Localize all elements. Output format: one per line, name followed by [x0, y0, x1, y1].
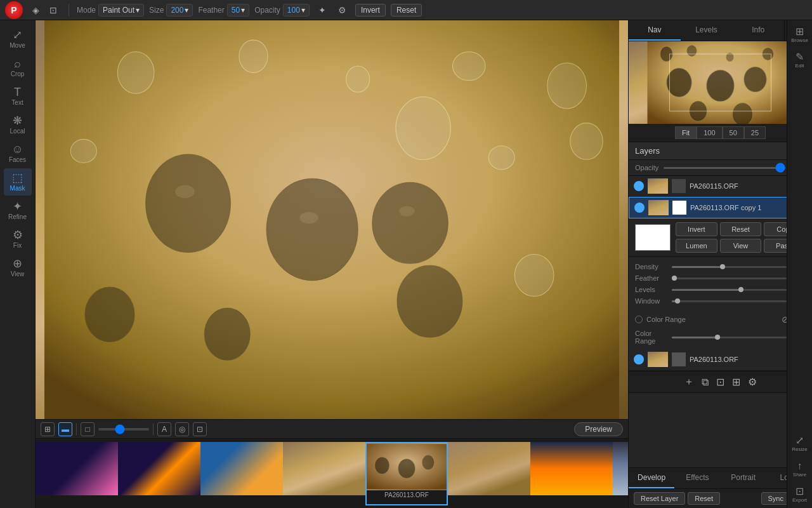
invert-button[interactable]: Invert: [355, 4, 386, 17]
tool-refine[interactable]: ✦ Refine: [4, 197, 32, 224]
filmstrip-item-3[interactable]: [200, 442, 283, 505]
layer-list-item-3[interactable]: PA260113.ORF: [629, 349, 812, 371]
info-btn[interactable]: ⊡: [193, 422, 207, 436]
canvas-area[interactable]: [36, 20, 628, 419]
layer-row-2[interactable]: PA260113.ORF copy 1: [629, 197, 812, 218]
tab-develop[interactable]: Develop: [629, 468, 674, 488]
opacity-dropdown[interactable]: 100 ▾: [283, 4, 310, 17]
color-range-label: Color Range: [646, 316, 778, 323]
tab-portrait[interactable]: Portrait: [721, 468, 766, 488]
tool-move[interactable]: ⤢ Move: [4, 25, 32, 53]
layers-header: Layers: [629, 142, 812, 160]
tool-fix-label: Fix: [13, 242, 22, 249]
filmstrip-item-5[interactable]: PA260113.ORF: [365, 442, 448, 505]
tool-mask[interactable]: ⬚ Mask: [4, 168, 32, 196]
layer-thumb-2: [648, 200, 669, 215]
duplicate-layer-btn[interactable]: ⧉: [702, 377, 709, 388]
tool-move-label: Move: [10, 42, 25, 49]
toolbar-select-icon[interactable]: ◈: [28, 3, 43, 18]
opacity-label: Opacity: [254, 6, 280, 15]
invert-mask-btn[interactable]: Invert: [676, 222, 717, 236]
zoom-25-btn[interactable]: 25: [744, 126, 766, 139]
view-mask-btn[interactable]: View: [720, 239, 762, 253]
svg-point-10: [488, 146, 514, 170]
reset-mask-btn[interactable]: Reset: [720, 222, 762, 236]
zoom-fit-btn[interactable]: □: [81, 422, 95, 436]
filmstrip-thumb-6: [448, 442, 530, 495]
feather-thumb[interactable]: [672, 276, 677, 281]
layers-section: Layers Opacity 100 PA260115.ORF PA260113…: [629, 142, 812, 467]
canvas-image: [36, 20, 628, 419]
tool-view[interactable]: ⊕ View: [4, 254, 32, 281]
fix-icon: ⚙: [13, 229, 23, 241]
levels-thumb[interactable]: [738, 287, 743, 292]
add-layer-btn[interactable]: ＋: [684, 375, 694, 389]
bottom-tabs: Develop Effects Portrait Local: [629, 467, 812, 488]
grid-view-btn[interactable]: ⊞: [41, 422, 55, 436]
export-icon-btn[interactable]: ⊡ Export: [791, 485, 809, 503]
filmstrip-view-btn[interactable]: ▬: [58, 422, 72, 436]
layer-visibility-2[interactable]: [634, 203, 645, 213]
layer-visibility-1[interactable]: [634, 181, 644, 191]
preview-button[interactable]: Preview: [574, 422, 623, 436]
filmstrip-item-4[interactable]: [283, 442, 365, 505]
filmstrip-item-6[interactable]: [448, 442, 530, 505]
tool-crop[interactable]: ⌕ Crop: [4, 54, 32, 81]
reset-button[interactable]: Reset: [391, 4, 422, 17]
density-fill: [672, 266, 723, 268]
filmstrip-item-7[interactable]: [530, 442, 613, 505]
filmstrip-item-8[interactable]: [613, 442, 628, 505]
reset-button-footer[interactable]: Reset: [688, 492, 720, 505]
reset-layer-button[interactable]: Reset Layer: [634, 492, 685, 505]
zoom-100-btn[interactable]: 100: [697, 126, 722, 139]
edit-icon-btn[interactable]: ✎ Edit: [791, 51, 809, 69]
right-side-icons: ⊞ Browse ✎ Edit ⤢ Resize ↑ Share ⊡ Expor…: [787, 20, 812, 508]
tool-fix[interactable]: ⚙ Fix: [4, 225, 32, 253]
layer-visibility-3[interactable]: [634, 354, 644, 364]
svg-point-19: [399, 206, 415, 216]
lumen-mask-btn[interactable]: Lumen: [676, 239, 717, 253]
opacity-slider[interactable]: [664, 167, 785, 169]
color-range-thumb[interactable]: [715, 335, 720, 340]
settings-icon[interactable]: ⚙: [335, 3, 350, 18]
window-track: [672, 300, 787, 302]
layer-mask-icon-2: [672, 201, 686, 215]
tab-levels[interactable]: Levels: [681, 20, 733, 41]
mode-dropdown[interactable]: Paint Out ▾: [98, 4, 144, 17]
svg-point-9: [372, 182, 448, 264]
svg-point-5: [547, 63, 587, 109]
tool-local-label: Local: [10, 128, 25, 135]
feather-dropdown[interactable]: 50 ▾: [227, 4, 249, 17]
tool-text[interactable]: T Text: [4, 83, 32, 110]
tab-nav[interactable]: Nav: [629, 20, 681, 41]
browse-icon-btn[interactable]: ⊞ Browse: [791, 25, 809, 43]
bottom-sep: [76, 424, 77, 435]
resize-icon-btn[interactable]: ⤢ Resize: [791, 434, 809, 452]
mask-layer-btn[interactable]: ⊡: [716, 376, 724, 388]
window-thumb[interactable]: [675, 298, 680, 304]
magic-icon[interactable]: ✦: [315, 3, 330, 18]
overlay-btn[interactable]: ◎: [175, 422, 189, 436]
zoom-slider[interactable]: [98, 428, 149, 431]
filmstrip-item-2[interactable]: [118, 442, 200, 505]
filmstrip-item-1[interactable]: [36, 442, 118, 505]
svg-point-6: [70, 139, 96, 163]
share-icon-btn[interactable]: ↑ Share: [791, 460, 809, 478]
tab-info[interactable]: Info: [732, 20, 784, 41]
size-dropdown[interactable]: 200 ▾: [166, 4, 193, 17]
zoom-fit-btn[interactable]: Fit: [675, 126, 697, 139]
tool-local[interactable]: ❋ Local: [4, 111, 32, 138]
tab-effects[interactable]: Effects: [674, 468, 720, 488]
settings-layer-btn[interactable]: ⚙: [748, 376, 757, 388]
color-range-dot[interactable]: [635, 316, 643, 323]
layer-row-1[interactable]: PA260115.ORF: [629, 176, 812, 197]
tool-faces[interactable]: ☺ Faces: [4, 140, 32, 167]
zoom-50-btn[interactable]: 50: [723, 126, 744, 139]
layer-type-icon-1: [672, 179, 686, 193]
move-icon: ⤢: [13, 29, 22, 41]
toolbar-view-icon[interactable]: ⊡: [46, 3, 61, 18]
density-thumb[interactable]: [720, 264, 725, 269]
compare-btn[interactable]: A: [157, 422, 171, 436]
filmstrip-thumb-4: [283, 442, 365, 495]
group-layer-btn[interactable]: ⊞: [732, 376, 740, 388]
